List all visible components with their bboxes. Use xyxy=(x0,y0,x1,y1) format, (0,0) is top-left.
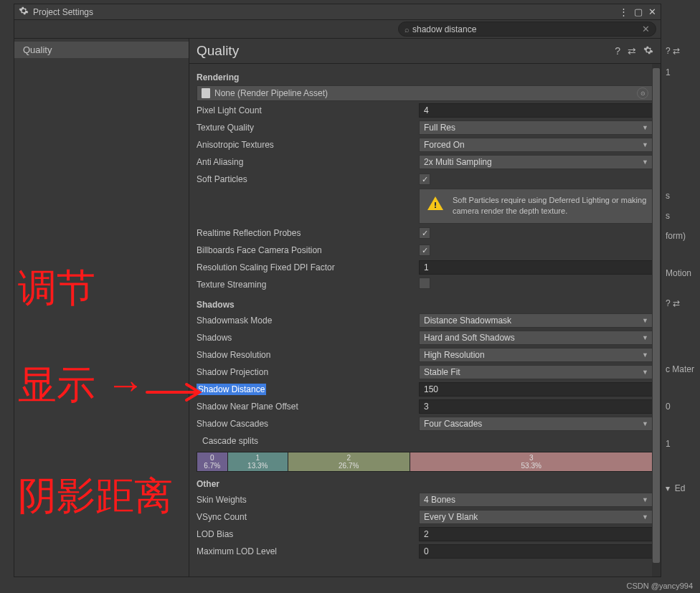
chevron-down-icon: ▼ xyxy=(642,317,648,324)
chevron-down-icon: ▼ xyxy=(642,369,648,376)
main-header: Quality ? ⇄ xyxy=(189,39,661,64)
chevron-down-icon: ▼ xyxy=(642,420,648,427)
shadow-cascades-dropdown[interactable]: Four Cascades▼ xyxy=(419,417,653,431)
chevron-down-icon: ▼ xyxy=(642,158,648,166)
clear-search-icon[interactable]: ✕ xyxy=(642,24,650,34)
soft-particles-checkbox[interactable]: ✓ xyxy=(419,174,430,185)
sidebar-item-quality[interactable]: Quality xyxy=(14,42,189,58)
gear-icon xyxy=(19,6,29,18)
pixel-light-count-label: Pixel Light Count xyxy=(197,105,419,115)
shadow-distance-label: Shadow Distance xyxy=(197,384,419,394)
shadowmask-mode-dropdown[interactable]: Distance Shadowmask▼ xyxy=(419,313,653,328)
cascade-splits-slider[interactable]: 06.7% 113.3% 226.7% 353.3% xyxy=(197,452,653,472)
shadow-near-input[interactable] xyxy=(419,399,653,414)
cascade-splits-label: Cascade splits xyxy=(197,436,419,446)
preset-icon[interactable]: ⇄ xyxy=(628,45,636,57)
billboards-checkbox[interactable]: ✓ xyxy=(419,245,430,256)
cascade-3[interactable]: 353.3% xyxy=(410,452,653,471)
search-box[interactable]: ⌕ ✕ xyxy=(398,22,656,37)
render-pipeline-field[interactable]: None (Render Pipeline Asset) ⊙ xyxy=(197,85,653,101)
lod-bias-label: LOD Bias xyxy=(197,529,419,539)
asset-icon xyxy=(202,88,210,98)
cascade-1[interactable]: 113.3% xyxy=(228,452,288,471)
shadows-dropdown[interactable]: Hard and Soft Shadows▼ xyxy=(419,331,653,345)
titlebar: Project Settings ⋮ ▢ ✕ xyxy=(14,4,661,20)
cascade-2[interactable]: 226.7% xyxy=(288,452,410,471)
scrollbar-thumb[interactable] xyxy=(653,68,660,563)
realtime-probes-label: Realtime Reflection Probes xyxy=(197,228,419,238)
vsync-label: VSync Count xyxy=(197,512,419,522)
antialiasing-dropdown[interactable]: 2x Multi Sampling▼ xyxy=(419,155,653,169)
resolution-scaling-label: Resolution Scaling Fixed DPI Factor xyxy=(197,262,419,272)
realtime-probes-checkbox[interactable]: ✓ xyxy=(419,227,430,239)
chevron-down-icon: ▼ xyxy=(642,124,648,131)
warning-icon xyxy=(425,195,445,212)
maximize-icon[interactable]: ▢ xyxy=(634,6,643,17)
billboards-label: Billboards Face Camera Position xyxy=(197,245,419,255)
page-title: Quality xyxy=(197,43,607,59)
texture-streaming-label: Texture Streaming xyxy=(197,280,419,290)
vsync-dropdown[interactable]: Every V Blank▼ xyxy=(419,510,653,524)
shadows-label: Shadows xyxy=(197,333,419,343)
max-lod-label: Maximum LOD Level xyxy=(197,546,419,556)
close-icon[interactable]: ✕ xyxy=(648,6,656,17)
chevron-down-icon: ▼ xyxy=(642,513,648,521)
sidebar: Quality xyxy=(14,39,189,577)
shadow-cascades-label: Shadow Cascades xyxy=(197,419,419,429)
shadowmask-mode-label: Shadowmask Mode xyxy=(197,316,419,326)
window-title: Project Settings xyxy=(33,7,613,17)
background-inspector-fragments: ? ⇄ 1 s s form) Motion ? ⇄ c Mater 0 1 ▾… xyxy=(664,36,700,588)
help-icon[interactable]: ? xyxy=(615,45,620,57)
section-other: Other xyxy=(197,479,653,489)
soft-particles-label: Soft Particles xyxy=(197,174,419,184)
cascade-0[interactable]: 06.7% xyxy=(197,452,228,471)
content: Rendering None (Render Pipeline Asset) ⊙… xyxy=(189,64,661,577)
search-row: ⌕ ✕ xyxy=(14,20,661,39)
chevron-down-icon: ▼ xyxy=(642,351,648,359)
skin-weights-dropdown[interactable]: 4 Bones▼ xyxy=(419,493,653,507)
soft-particles-warning: Soft Particles require using Deferred Li… xyxy=(419,189,653,224)
resolution-scaling-input[interactable] xyxy=(419,260,653,275)
pixel-light-count-input[interactable] xyxy=(419,103,653,118)
chevron-down-icon: ▼ xyxy=(642,496,648,503)
texture-quality-dropdown[interactable]: Full Res▼ xyxy=(419,120,653,135)
shadow-resolution-dropdown[interactable]: High Resolution▼ xyxy=(419,348,653,362)
shadow-resolution-label: Shadow Resolution xyxy=(197,350,419,360)
anisotropic-label: Anisotropic Textures xyxy=(197,140,419,150)
anisotropic-dropdown[interactable]: Forced On▼ xyxy=(419,138,653,152)
main-panel: Quality ? ⇄ Rendering None (Render Pipel… xyxy=(189,39,661,577)
max-lod-input[interactable] xyxy=(419,544,653,559)
settings-icon[interactable] xyxy=(643,45,653,57)
texture-streaming-checkbox[interactable] xyxy=(419,277,430,289)
shadow-projection-label: Shadow Projection xyxy=(197,367,419,377)
sidebar-item-label: Quality xyxy=(23,44,52,55)
texture-quality-label: Texture Quality xyxy=(197,123,419,133)
antialiasing-label: Anti Aliasing xyxy=(197,157,419,167)
shadow-distance-input[interactable] xyxy=(419,382,653,397)
shadow-projection-dropdown[interactable]: Stable Fit▼ xyxy=(419,365,653,379)
section-rendering: Rendering xyxy=(197,72,653,82)
skin-weights-label: Skin Weights xyxy=(197,495,419,505)
lod-bias-input[interactable] xyxy=(419,527,653,541)
context-menu-icon[interactable]: ⋮ xyxy=(619,6,628,17)
shadow-near-label: Shadow Near Plane Offset xyxy=(197,402,419,412)
section-shadows: Shadows xyxy=(197,300,653,310)
project-settings-window: Project Settings ⋮ ▢ ✕ ⌕ ✕ Quality Quali… xyxy=(14,4,661,577)
object-picker-icon[interactable]: ⊙ xyxy=(637,87,648,99)
search-icon: ⌕ xyxy=(405,25,410,34)
chevron-down-icon: ▼ xyxy=(642,141,648,148)
chevron-down-icon: ▼ xyxy=(642,334,648,341)
search-input[interactable] xyxy=(412,24,642,34)
vertical-scrollbar[interactable] xyxy=(652,64,661,577)
watermark: CSDN @yancy994 xyxy=(627,582,693,590)
